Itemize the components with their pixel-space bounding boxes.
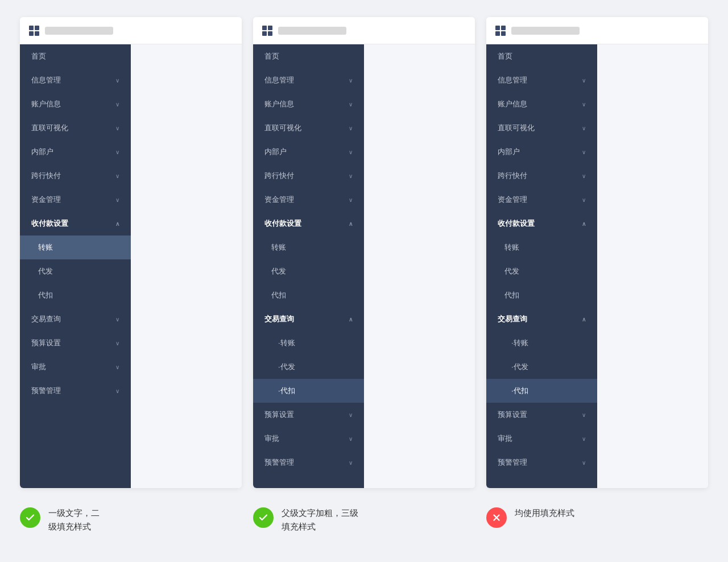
sidebar-item-label: 账户信息 (31, 99, 61, 109)
sidebar-item-1-1[interactable]: 信息管理∨ (20, 68, 131, 92)
sidebar-item-3-1[interactable]: 信息管理∨ (486, 68, 597, 92)
sidebar-item-3-13[interactable]: ·代发 (486, 355, 597, 379)
sidebar-item-2-2[interactable]: 账户信息∨ (253, 92, 364, 116)
sidebar-item-3-14[interactable]: ·代扣 (486, 379, 597, 403)
panel-content-2 (364, 44, 475, 488)
sidebar-item-2-7[interactable]: 收付款设置∧ (253, 212, 364, 235)
sidebar-item-2-16[interactable]: 审批∨ (253, 427, 364, 451)
sidebar-item-label: ·代发 (278, 362, 295, 372)
sidebar-item-label: 预算设置 (498, 410, 527, 420)
sidebar-item-3-16[interactable]: 审批∨ (486, 427, 597, 451)
sidebar-item-label: 信息管理 (31, 75, 61, 85)
chevron-down-icon: ∨ (349, 460, 353, 466)
check-icon (253, 507, 274, 528)
sidebar-item-label: 资金管理 (498, 195, 527, 205)
sidebar-item-2-12[interactable]: ·转账 (253, 331, 364, 355)
sidebar-item-label: 信息管理 (498, 75, 527, 85)
sidebar-item-label: 账户信息 (498, 99, 527, 109)
sidebar-item-label: 审批 (498, 433, 512, 444)
sidebar-item-1-5[interactable]: 跨行快付∨ (20, 164, 131, 188)
sidebar-item-label: 交易查询 (31, 314, 61, 324)
sidebar-item-2-6[interactable]: 资金管理∨ (253, 188, 364, 212)
sidebar-item-1-6[interactable]: 资金管理∨ (20, 188, 131, 212)
chevron-down-icon: ∨ (115, 364, 119, 370)
chevron-up-icon: ∧ (582, 316, 586, 323)
sidebar-item-label: 直联可视化 (498, 123, 535, 133)
sidebar-item-3-6[interactable]: 资金管理∨ (486, 188, 597, 212)
sidebar-item-2-10[interactable]: 代扣 (253, 283, 364, 307)
sidebar-item-2-14[interactable]: ·代扣 (253, 379, 364, 403)
sidebar-item-1-13[interactable]: 审批∨ (20, 355, 131, 379)
sidebar-item-label: ·代扣 (511, 386, 528, 396)
sidebar-item-label: 预算设置 (31, 338, 61, 348)
sidebar-item-label: 代扣 (271, 290, 286, 300)
sidebar-item-3-0[interactable]: 首页 (486, 44, 597, 68)
chevron-down-icon: ∨ (582, 125, 586, 131)
sidebar-item-label: 交易查询 (498, 314, 527, 324)
sidebar-item-1-0[interactable]: 首页 (20, 44, 131, 68)
sidebar-item-3-7[interactable]: 收付款设置∧ (486, 212, 597, 235)
panel-2: 首页信息管理∨账户信息∨直联可视化∨内部户∨跨行快付∨资金管理∨收付款设置∧转账… (253, 17, 475, 488)
chevron-down-icon: ∨ (115, 388, 119, 394)
chevron-up-icon: ∧ (349, 221, 353, 227)
chevron-down-icon: ∨ (115, 340, 119, 346)
sidebar-item-3-4[interactable]: 内部户∨ (486, 140, 597, 164)
sidebar-item-1-9[interactable]: 代发 (20, 259, 131, 283)
descriptions-row: 一级文字，二 级填充样式父级文字加粗，三级 填充样式均使用填充样式 (11, 506, 717, 534)
sidebar-item-label: 代发 (504, 266, 519, 276)
panel-1: 首页信息管理∨账户信息∨直联可视化∨内部户∨跨行快付∨资金管理∨收付款设置∧转账… (20, 17, 242, 488)
sidebar-item-label: 账户信息 (264, 99, 294, 109)
sidebar-item-2-0[interactable]: 首页 (253, 44, 364, 68)
sidebar-item-label: 交易查询 (264, 314, 294, 324)
sidebar-item-1-8[interactable]: 转账 (20, 235, 131, 259)
chevron-down-icon: ∨ (349, 412, 353, 418)
sidebar-item-1-10[interactable]: 代扣 (20, 283, 131, 307)
sidebar-item-label: 代扣 (504, 290, 519, 300)
sidebar-1: 首页信息管理∨账户信息∨直联可视化∨内部户∨跨行快付∨资金管理∨收付款设置∧转账… (20, 44, 131, 488)
sidebar-item-1-12[interactable]: 预算设置∨ (20, 331, 131, 355)
sidebar-item-2-8[interactable]: 转账 (253, 235, 364, 259)
sidebar-item-3-12[interactable]: ·转账 (486, 331, 597, 355)
sidebar-item-3-2[interactable]: 账户信息∨ (486, 92, 597, 116)
topbar-line (45, 27, 113, 35)
chevron-down-icon: ∨ (115, 125, 119, 131)
sidebar-item-label: ·代扣 (278, 386, 295, 396)
sidebar-item-2-3[interactable]: 直联可视化∨ (253, 116, 364, 140)
sidebar-item-1-4[interactable]: 内部户∨ (20, 140, 131, 164)
sidebar-item-label: 内部户 (498, 147, 520, 157)
sidebar-item-3-17[interactable]: 预警管理∨ (486, 451, 597, 474)
grid-icon (495, 26, 506, 36)
panel-body-1: 首页信息管理∨账户信息∨直联可视化∨内部户∨跨行快付∨资金管理∨收付款设置∧转账… (20, 44, 242, 488)
sidebar-item-3-10[interactable]: 代扣 (486, 283, 597, 307)
sidebar-item-label: ·转账 (511, 338, 528, 348)
sidebar-item-label: 直联可视化 (31, 123, 68, 133)
sidebar-item-2-11[interactable]: 交易查询∧ (253, 307, 364, 331)
sidebar-item-3-8[interactable]: 转账 (486, 235, 597, 259)
sidebar-item-3-9[interactable]: 代发 (486, 259, 597, 283)
sidebar-item-1-2[interactable]: 账户信息∨ (20, 92, 131, 116)
sidebar-item-1-11[interactable]: 交易查询∨ (20, 307, 131, 331)
sidebar-item-3-11[interactable]: 交易查询∧ (486, 307, 597, 331)
chevron-down-icon: ∨ (349, 436, 353, 442)
topbar-2 (253, 17, 475, 44)
sidebar-item-label: 收付款设置 (498, 218, 535, 229)
sidebar-item-label: 跨行快付 (498, 171, 527, 181)
sidebar-item-1-7[interactable]: 收付款设置∧ (20, 212, 131, 235)
description-text-2: 父级文字加粗，三级 填充样式 (282, 506, 358, 534)
sidebar-item-2-17[interactable]: 预警管理∨ (253, 451, 364, 474)
sidebar-item-2-13[interactable]: ·代发 (253, 355, 364, 379)
sidebar-item-2-1[interactable]: 信息管理∨ (253, 68, 364, 92)
sidebar-item-3-3[interactable]: 直联可视化∨ (486, 116, 597, 140)
description-item-1: 一级文字，二 级填充样式 (20, 506, 242, 534)
sidebar-item-2-5[interactable]: 跨行快付∨ (253, 164, 364, 188)
sidebar-item-2-9[interactable]: 代发 (253, 259, 364, 283)
sidebar-item-label: 资金管理 (264, 195, 294, 205)
sidebar-item-3-15[interactable]: 预算设置∨ (486, 403, 597, 427)
sidebar-item-1-14[interactable]: 预警管理∨ (20, 379, 131, 403)
sidebar-item-label: 跨行快付 (264, 171, 294, 181)
sidebar-item-2-4[interactable]: 内部户∨ (253, 140, 364, 164)
sidebar-item-2-15[interactable]: 预算设置∨ (253, 403, 364, 427)
sidebar-item-3-5[interactable]: 跨行快付∨ (486, 164, 597, 188)
check-icon (20, 507, 40, 528)
sidebar-item-1-3[interactable]: 直联可视化∨ (20, 116, 131, 140)
